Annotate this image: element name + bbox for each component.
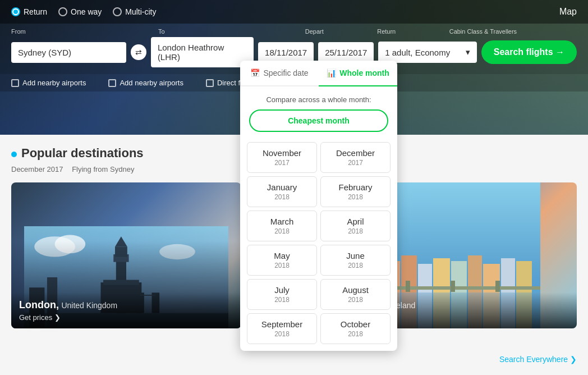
form-labels: From To Depart Return Cabin Class & Trav… xyxy=(11,28,577,35)
month-year: 2017 xyxy=(325,159,385,167)
tab-whole-label: Whole month xyxy=(339,68,389,77)
svg-rect-12 xyxy=(103,280,139,285)
nearby-airports-1[interactable]: Add nearby airports xyxy=(11,79,86,87)
return-input[interactable]: 25/11/2017 xyxy=(318,42,374,63)
to-value: London Heathrow (LHR) xyxy=(158,43,247,62)
month-name: November xyxy=(252,148,312,158)
radio-return-label: Return xyxy=(24,7,47,16)
depart-value: 18/11/2017 xyxy=(265,48,307,57)
svg-rect-9 xyxy=(115,246,127,257)
month-cell[interactable]: July2018 xyxy=(247,279,317,310)
popup-tabs: 📅 Specific date 📊 Whole month xyxy=(240,61,397,86)
london-get-prices[interactable]: Get prices ❯ xyxy=(19,313,233,322)
direct-flights-box xyxy=(206,79,214,87)
cabin-label: Cabin Class & Travellers xyxy=(449,28,577,35)
month-year: 2018 xyxy=(325,193,385,201)
to-label: To xyxy=(158,28,305,35)
from-input[interactable]: Sydney (SYD) xyxy=(11,42,126,63)
radio-oneway[interactable]: One way xyxy=(58,7,102,16)
month-name: March xyxy=(252,217,312,226)
month-name: September xyxy=(252,319,312,329)
month-name: April xyxy=(325,217,385,226)
month-cell[interactable]: October2018 xyxy=(320,313,391,344)
return-value: 25/11/2017 xyxy=(325,48,367,57)
calendar-icon: 📅 xyxy=(250,68,260,77)
cheapest-month-button[interactable]: Cheapest month xyxy=(249,109,388,132)
month-year: 2018 xyxy=(252,227,312,235)
to-input[interactable]: London Heathrow (LHR) xyxy=(151,37,254,67)
tab-specific-date[interactable]: 📅 Specific date xyxy=(240,61,319,85)
from-label: From xyxy=(11,28,158,35)
cabin-value: 1 adult, Economy xyxy=(385,48,450,57)
radio-multicity-circle xyxy=(113,7,122,16)
svg-rect-35 xyxy=(406,281,410,292)
radio-oneway-label: One way xyxy=(71,7,102,16)
month-year: 2018 xyxy=(252,193,312,201)
month-cell[interactable]: February2018 xyxy=(320,176,391,207)
month-year: 2017 xyxy=(252,159,312,167)
month-year: 2018 xyxy=(325,296,385,304)
nearby-airports-1-label: Add nearby airports xyxy=(22,79,86,87)
month-year: 2018 xyxy=(252,262,312,269)
svg-rect-8 xyxy=(113,254,128,262)
month-name: January xyxy=(252,182,312,192)
swap-button[interactable]: ⇄ xyxy=(131,44,146,60)
month-year: 2018 xyxy=(325,262,385,269)
trip-type-group: Return One way Multi-city xyxy=(11,7,157,16)
destination-card-london[interactable]: London, United Kingdom Get prices ❯ xyxy=(11,182,241,328)
month-cell[interactable]: August2018 xyxy=(320,279,391,310)
svg-point-3 xyxy=(159,244,195,259)
date-picker-popup: 📅 Specific date 📊 Whole month Compare ac… xyxy=(240,61,397,351)
nearby-airports-2-checkbox xyxy=(108,79,116,87)
svg-point-2 xyxy=(55,235,86,253)
map-button[interactable]: Map xyxy=(559,7,577,17)
popular-location: Flying from Sydney xyxy=(72,165,134,173)
popular-month: December 2017 xyxy=(11,165,63,173)
month-year: 2018 xyxy=(325,330,385,338)
month-year: 2018 xyxy=(325,227,385,235)
svg-rect-36 xyxy=(451,281,455,292)
month-year: 2018 xyxy=(252,330,312,338)
cabin-input[interactable]: 1 adult, Economy ▾ xyxy=(378,42,477,63)
london-city-name: London, United Kingdom xyxy=(19,299,233,311)
depart-label: Depart xyxy=(305,28,377,35)
depart-input[interactable]: 18/11/2017 xyxy=(258,42,314,63)
month-name: May xyxy=(252,251,312,260)
nearby-airports-2-label: Add nearby airports xyxy=(120,79,183,87)
nav-bar: Return One way Multi-city Map xyxy=(0,0,588,24)
month-cell[interactable]: June2018 xyxy=(320,245,391,276)
month-name: August xyxy=(325,285,385,295)
month-cell[interactable]: December2017 xyxy=(320,142,391,173)
month-name: June xyxy=(325,251,385,260)
radio-oneway-circle xyxy=(58,7,67,16)
svg-rect-37 xyxy=(495,281,500,292)
month-name: July xyxy=(252,285,312,295)
month-cell[interactable]: November2017 xyxy=(247,142,317,173)
from-value: Sydney (SYD) xyxy=(18,48,71,57)
month-cell[interactable]: April2018 xyxy=(320,211,391,241)
compare-text: Compare across a whole month: xyxy=(249,95,388,104)
return-label: Return xyxy=(377,28,449,35)
search-everywhere-link[interactable]: Search Everywhere ❯ xyxy=(499,355,577,364)
radio-multicity[interactable]: Multi-city xyxy=(113,7,156,16)
radio-return-circle xyxy=(11,7,20,16)
popular-dot-icon xyxy=(11,152,17,157)
radio-return[interactable]: Return xyxy=(11,7,47,16)
month-cell[interactable]: January2018 xyxy=(247,176,317,207)
month-name: February xyxy=(325,182,385,192)
cheapest-section: Compare across a whole month: Cheapest m… xyxy=(240,86,397,138)
radio-multicity-label: Multi-city xyxy=(125,7,156,16)
tab-whole-month[interactable]: 📊 Whole month xyxy=(319,61,397,86)
month-cell[interactable]: May2018 xyxy=(247,245,317,276)
month-grid: November2017December2017January2018Febru… xyxy=(240,138,397,351)
search-flights-button[interactable]: Search flights → xyxy=(481,40,577,64)
month-cell[interactable]: September2018 xyxy=(247,313,317,344)
nearby-airports-1-checkbox xyxy=(11,79,19,87)
chart-icon: 📊 xyxy=(327,68,336,77)
month-name: October xyxy=(325,319,385,329)
tab-specific-label: Specific date xyxy=(263,68,308,77)
london-overlay: London, United Kingdom Get prices ❯ xyxy=(11,292,241,328)
cabin-chevron-icon: ▾ xyxy=(466,47,470,57)
nearby-airports-2[interactable]: Add nearby airports xyxy=(108,79,183,87)
month-cell[interactable]: March2018 xyxy=(247,211,317,241)
